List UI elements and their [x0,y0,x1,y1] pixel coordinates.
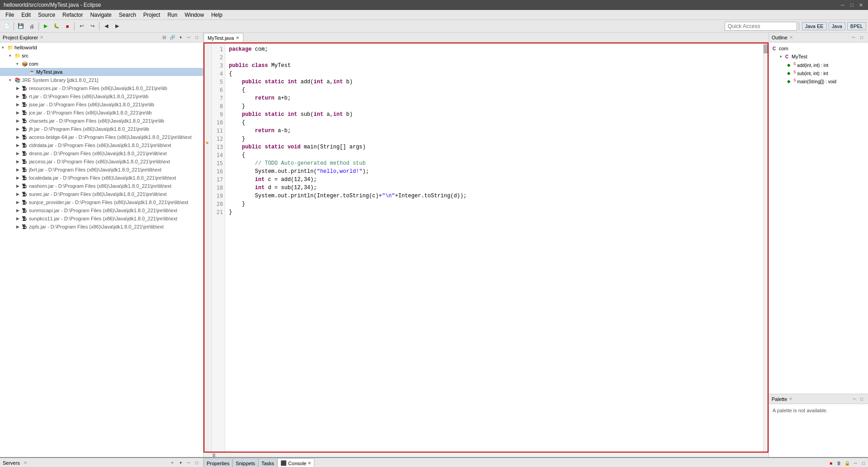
bookmark-icon: ➤ [205,140,209,145]
code-editor[interactable]: package com; public class MyTest { publi… [225,43,763,452]
project-explorer-close-icon: ✕ [40,35,43,40]
outline-title: Outline [772,35,787,40]
outline-mytest[interactable]: ▾ C MyTest [771,52,866,61]
maximize-panel-button[interactable]: □ [193,34,200,41]
tree-item-helloworld[interactable]: ▾ 📁 helloworld [0,43,203,52]
outline-minimize-btn[interactable]: ─ [850,34,857,41]
menu-project[interactable]: Project [140,11,164,19]
outline-sub[interactable]: ◆ S sub(int, int) : int [771,69,866,77]
console-clear-btn[interactable]: 🗑 [835,459,843,467]
jar-nashorn-icon: 🗜 [22,183,29,189]
menu-search[interactable]: Search [115,11,140,19]
perspective-java[interactable]: Java [829,22,845,30]
tree-item-jce[interactable]: ▶ 🗜 jce.jar - D:\Program Files (x86)\Jav… [0,109,203,117]
tree-item-jsse[interactable]: ▶ 🗜 jsse.jar - D:\Program Files (x86)\Ja… [0,100,203,109]
outline-maximize-btn[interactable]: □ [858,34,865,41]
perspective-javaee[interactable]: Java EE [802,22,827,30]
palette-minimize-btn[interactable]: ─ [851,396,858,403]
tree-item-src[interactable]: ▾ 📁 src [0,52,203,60]
tree-item-jaccess[interactable]: ▶ 🗜 jaccess.jar - D:\Program Files (x86)… [0,157,203,166]
menu-refactor[interactable]: Refactor [59,11,86,19]
minimize-panel-button[interactable]: ─ [185,34,192,41]
tree-item-sunpkcs[interactable]: ▶ 🗜 sunpkcs11.jar - D:\Program Files (x8… [0,214,203,223]
console-scroll-lock-btn[interactable]: 🔒 [844,459,851,467]
print-button[interactable]: 🖨 [27,21,37,31]
tab-console[interactable]: ⬛ Console ✕ [277,458,314,467]
jar-jfr-icon: 🗜 [22,126,29,132]
jar-locale-icon: 🗜 [22,175,29,181]
tab-mytest[interactable]: MyTest.java ✕ [204,33,243,42]
menu-edit[interactable]: Edit [18,11,34,19]
collapse-all-button[interactable]: ⊟ [161,34,168,41]
tree-item-charsets[interactable]: ▶ 🗜 charsets.jar - D:\Program Files (x86… [0,117,203,125]
maximize-button[interactable]: □ [848,1,855,9]
tree-item-jre[interactable]: ▾ 📚 JRE System Library [jdk1.8.0_221] [0,76,203,84]
tree-item-rt[interactable]: ▶ 🗜 rt.jar - D:\Program Files (x86)\Java… [0,92,203,100]
console-maximize-btn[interactable]: □ [860,459,867,467]
view-menu-button[interactable]: ▾ [177,34,184,41]
tab-mytest-close[interactable]: ✕ [236,35,239,40]
tree-item-sunms[interactable]: ▶ 🗜 sunmscapi.jar - D:\Program Files (x8… [0,206,203,214]
console-minimize-btn[interactable]: ─ [852,459,859,467]
perspective-bpel[interactable]: BPEL [847,22,866,30]
gutter: ➤ [204,43,212,452]
tree-item-com[interactable]: ▾ 📦 com [0,60,203,68]
run-button[interactable]: ▶ [41,21,51,31]
tree-item-dnsns[interactable]: ▶ 🗜 dnsns.jar - D:\Program Files (x86)\J… [0,149,203,157]
servers-view-menu-btn[interactable]: ▾ [177,459,184,467]
quick-access-input[interactable] [725,22,797,31]
next-button[interactable]: ▶ [112,21,122,31]
debug-button[interactable]: 🐛 [52,21,62,31]
tree-item-sunjce[interactable]: ▶ 🗜 sunjce_provider.jar - D:\Program Fil… [0,198,203,206]
servers-minimize-btn[interactable]: ─ [185,459,192,467]
undo-button[interactable]: ↩ [76,21,86,31]
tree-item-jfxrt[interactable]: ▶ 🗜 jfxrt.jar - D:\Program Files (x86)\J… [0,166,203,174]
console-actions: ■ 🗑 🔒 ─ □ [826,458,868,467]
tree-item-zipfs[interactable]: ▶ 🗜 zipfs.jar - D:\Program Files (x86)\J… [0,223,203,231]
main-area: Project Explorer ✕ ⊟ 🔗 ▾ ─ □ ▾ 📁 hellowo… [0,33,868,457]
console-tabs: Properties Snippets Tasks ⬛ Console ✕ ■ … [204,458,868,467]
redo-button[interactable]: ↪ [87,21,97,31]
tree-item-access[interactable]: ▶ 🗜 access-bridge-64.jar - D:\Program Fi… [0,133,203,141]
tree-label-zipfs: zipfs.jar - D:\Program Files (x86)\Java\… [29,224,164,229]
toolbar-sep-1 [14,22,14,30]
jar-icon: 🗜 [22,86,29,91]
tree-item-mytest[interactable]: ☕ MyTest.java [0,68,203,76]
tab-properties[interactable]: Properties [204,458,232,467]
menu-file[interactable]: File [2,11,18,19]
tree-label-cldr: cldrdata.jar - D:\Program Files (x86)\Ja… [29,143,171,148]
servers-maximize-btn[interactable]: □ [193,459,200,467]
tree-item-cldr[interactable]: ▶ 🗜 cldrdata.jar - D:\Program Files (x86… [0,141,203,149]
outline-com-label: com [779,46,788,51]
menu-window[interactable]: Window [181,11,208,19]
outline-com[interactable]: C com [771,44,866,52]
menu-run[interactable]: Run [164,11,181,19]
menu-navigate[interactable]: Navigate [86,11,115,19]
servers-new-btn[interactable]: + [169,459,176,467]
save-button[interactable]: 💾 [16,21,26,31]
close-button[interactable]: ✕ [857,1,864,9]
minimize-button[interactable]: ─ [839,1,846,9]
editor-scrollbar-v[interactable] [763,43,768,452]
outline-add[interactable]: ◆ S add(int, int) : int [771,61,866,69]
tree-label-jaccess: jaccess.jar - D:\Program Files (x86)\Jav… [29,159,170,164]
menu-source[interactable]: Source [34,11,59,19]
palette-maximize-btn[interactable]: □ [858,396,865,403]
tab-snippets[interactable]: Snippets [232,458,258,467]
tree-item-sunec[interactable]: ▶ 🗜 sunec.jar - D:\Program Files (x86)\J… [0,190,203,198]
tab-tasks[interactable]: Tasks [258,458,277,467]
tree-item-resources[interactable]: ▶ 🗜 resources.jar - D:\Program Files (x8… [0,84,203,92]
tree-item-nashorn[interactable]: ▶ 🗜 nashorn.jar - D:\Program Files (x86)… [0,182,203,190]
link-button[interactable]: 🔗 [169,34,176,41]
new-button[interactable]: 📄 [2,21,12,31]
tree-item-jfr[interactable]: ▶ 🗜 jfr.jar - D:\Program Files (x86)\Jav… [0,125,203,133]
editor-scrollbar-h[interactable] [204,453,768,457]
menu-help[interactable]: Help [208,11,226,19]
tree-item-locale[interactable]: ▶ 🗜 localedata.jar - D:\Program Files (x… [0,174,203,182]
outline-main[interactable]: ◆ S main(String[]) : void [771,77,866,85]
prev-button[interactable]: ◀ [101,21,111,31]
stop-button[interactable]: ■ [62,21,72,31]
outline-sub-label: S sub(int, int) : int [793,70,828,76]
tab-console-close[interactable]: ✕ [308,461,311,466]
console-terminate-btn[interactable]: ■ [827,459,835,467]
